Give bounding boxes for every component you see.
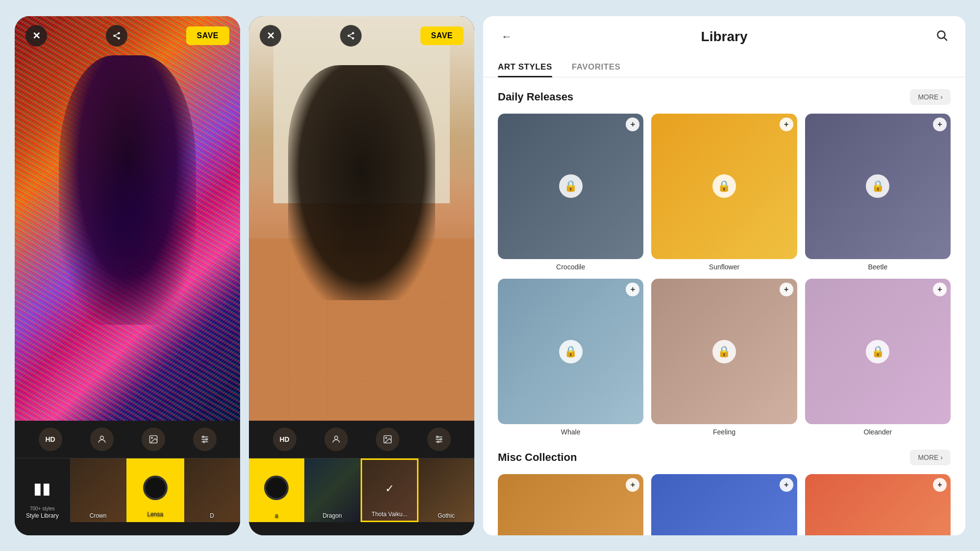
oleander-bg: 🔒 +	[805, 279, 951, 424]
add-button-whale[interactable]: +	[626, 283, 639, 296]
lensa-sa-circle	[264, 476, 289, 500]
style-card-sunflower[interactable]: 🔒 + Sunflower	[651, 114, 797, 271]
library-header: ← Library	[483, 16, 965, 45]
person-icon-right[interactable]	[324, 428, 348, 451]
library-tabs: ART STYLES FAVORITES	[483, 49, 965, 77]
daily-releases-more[interactable]: MORE ›	[910, 89, 951, 105]
style-library-item[interactable]: ▮▮ Style Library 700+ styles	[15, 458, 71, 522]
style-card-crocodile[interactable]: 🔒 + Crocodile	[498, 114, 643, 271]
style-card-beetle[interactable]: 🔒 + Beetle	[805, 114, 951, 271]
misc-collection-title: Misc Collection	[498, 451, 577, 464]
hd-button-right[interactable]: HD	[273, 428, 296, 451]
svg-point-28	[937, 31, 945, 38]
golden-bg: +	[498, 474, 643, 535]
phone-right: ✕ SAVE HD	[249, 16, 474, 535]
style-thumb-golden: +	[498, 474, 643, 535]
style-thumb-coloured: +	[651, 474, 797, 535]
close-button-left[interactable]: ✕	[25, 25, 47, 47]
sunflower-label: Sunflower	[709, 263, 739, 271]
close-button-right[interactable]: ✕	[260, 25, 281, 47]
library-title: Library	[701, 29, 748, 45]
style-card-coloured[interactable]: + Coloured	[651, 474, 797, 535]
style-lensa-item[interactable]: Lensa	[126, 458, 185, 522]
style-card-golden-hour[interactable]: + Golden Hour	[498, 474, 643, 535]
sunflower-bg: 🔒 +	[651, 114, 797, 259]
crocodile-label: Crocodile	[556, 263, 585, 271]
jump-bg: +	[805, 474, 951, 535]
style-card-feeling[interactable]: 🔒 + Feeling	[651, 279, 797, 436]
add-button-crocodile[interactable]: +	[626, 118, 639, 131]
lock-icon-crocodile: 🔒	[559, 174, 583, 198]
library-content: Daily Releases MORE › 🔒 + Crocodile	[483, 77, 965, 535]
style-crown-item[interactable]: Crown	[71, 458, 126, 522]
svg-point-15	[347, 34, 350, 37]
style-dragon-item[interactable]: Dragon	[305, 458, 361, 522]
search-button[interactable]	[933, 29, 951, 45]
image-icon-left[interactable]	[142, 428, 165, 451]
phone-right-background	[249, 16, 474, 421]
add-button-beetle[interactable]: +	[933, 118, 947, 131]
style-d-label: D	[184, 512, 240, 519]
svg-line-3	[115, 36, 118, 38]
style-card-oleander[interactable]: 🔒 + Oleander	[805, 279, 951, 436]
svg-point-0	[118, 32, 120, 34]
share-button-left[interactable]	[106, 25, 127, 47]
svg-point-12	[205, 439, 207, 440]
phone-left: ✕ SAVE HD ▮	[15, 16, 240, 535]
lensa-circle	[143, 476, 168, 500]
svg-line-29	[944, 37, 947, 40]
add-button-jump[interactable]: +	[933, 478, 947, 492]
back-button[interactable]: ←	[498, 30, 515, 43]
phone-left-toolbar: HD	[15, 421, 240, 458]
style-thumb-jump: +	[805, 474, 951, 535]
style-library-label: Style Library	[15, 512, 70, 519]
add-button-oleander[interactable]: +	[933, 283, 947, 296]
style-gothic-item[interactable]: Gothic	[418, 458, 474, 522]
stripe-overlay	[15, 16, 240, 421]
settings-icon-left[interactable]	[193, 428, 217, 451]
tab-favorites[interactable]: FAVORITES	[572, 57, 621, 77]
library-panel: ← Library ART STYLES FAVORITES Daily Rel…	[483, 16, 965, 535]
style-d-item[interactable]: D	[184, 458, 240, 522]
save-button-right[interactable]: SAVE	[420, 26, 464, 45]
misc-collection-more[interactable]: MORE ›	[910, 450, 951, 465]
svg-point-1	[113, 34, 116, 37]
style-library-sublabel: 700+ styles	[15, 506, 70, 511]
daily-releases-grid: 🔒 + Crocodile 🔒 + Sunflower	[498, 114, 951, 436]
whale-label: Whale	[561, 428, 581, 436]
style-sa-item[interactable]: a	[249, 458, 305, 522]
person-icon-left[interactable]	[90, 428, 114, 451]
settings-icon-right[interactable]	[427, 428, 451, 451]
hd-button-left[interactable]: HD	[39, 428, 62, 451]
svg-line-18	[349, 33, 352, 35]
add-button-golden[interactable]: +	[626, 478, 639, 492]
svg-point-2	[118, 37, 120, 40]
style-thota-item[interactable]: ✓ Thota Vaiku...	[361, 458, 419, 522]
save-button-left[interactable]: SAVE	[186, 26, 229, 45]
misc-collection-header: Misc Collection MORE ›	[498, 450, 951, 465]
svg-line-4	[115, 33, 118, 35]
svg-point-13	[203, 441, 204, 443]
image-icon-right[interactable]	[376, 428, 399, 451]
style-card-whale[interactable]: 🔒 + Whale	[498, 279, 643, 436]
beetle-label: Beetle	[868, 263, 887, 271]
svg-point-5	[100, 436, 103, 440]
style-card-jump[interactable]: + Jump	[805, 474, 951, 535]
add-button-coloured[interactable]: +	[780, 478, 793, 492]
style-thumb-beetle: 🔒 +	[805, 114, 951, 259]
add-button-sunflower[interactable]: +	[780, 118, 793, 131]
style-sa-label: a	[249, 512, 304, 519]
add-button-feeling[interactable]: +	[780, 283, 793, 296]
share-button-right[interactable]	[340, 25, 362, 47]
style-strip-right: a Dragon ✓ Thota Vaiku... Gothic	[249, 458, 474, 522]
beetle-bg: 🔒 +	[805, 114, 951, 259]
svg-point-19	[334, 436, 338, 440]
feeling-bg: 🔒 +	[651, 279, 797, 424]
lock-icon-beetle: 🔒	[866, 174, 889, 198]
style-thota-check: ✓	[385, 483, 394, 496]
phone-right-bottom-bar: HD a Dragon	[249, 421, 474, 535]
crocodile-bg: 🔒 +	[498, 114, 643, 259]
daily-releases-title: Daily Releases	[498, 91, 573, 103]
svg-point-14	[352, 32, 354, 34]
tab-art-styles[interactable]: ART STYLES	[498, 57, 552, 77]
